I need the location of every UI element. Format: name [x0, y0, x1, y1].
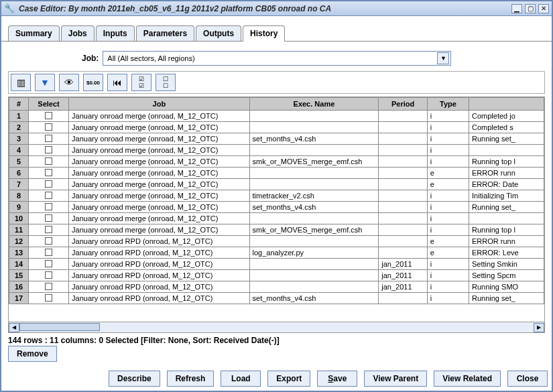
- save-button[interactable]: Save: [317, 371, 357, 387]
- table-row[interactable]: 10January onroad merge (onroad, M_12_OTC…: [9, 213, 544, 224]
- row-select-cell[interactable]: [29, 281, 69, 293]
- tab-jobs[interactable]: Jobs: [61, 25, 95, 41]
- row-select-cell[interactable]: [29, 293, 69, 304]
- row-select-cell[interactable]: [29, 179, 69, 190]
- row-select-cell[interactable]: [29, 202, 69, 213]
- toolbar-format-button[interactable]: $0.00: [83, 74, 103, 91]
- checkbox-icon[interactable]: [45, 271, 52, 279]
- table-row[interactable]: 6January onroad merge (onroad, M_12_OTC)…: [9, 168, 544, 179]
- table-row[interactable]: 8January onroad merge (onroad, M_12_OTC)…: [9, 190, 544, 202]
- table-row[interactable]: 16January onroad RPD (onroad, M_12_OTC)j…: [9, 281, 544, 293]
- table-row[interactable]: 12January onroad RPD (onroad, M_12_OTC)e…: [9, 236, 544, 247]
- table-header-row: # Select Job Exec. Name Period Type: [9, 98, 544, 111]
- table-row[interactable]: 7January onroad merge (onroad, M_12_OTC)…: [9, 179, 544, 190]
- window-maximize-button[interactable]: ▢: [525, 4, 536, 13]
- view-related-button[interactable]: View Related: [434, 371, 501, 387]
- toolbar-filter-button[interactable]: ▼: [35, 74, 55, 91]
- checkbox-icon[interactable]: [45, 260, 52, 267]
- window-minimize-button[interactable]: ▁: [511, 4, 522, 13]
- close-button[interactable]: Close: [507, 371, 548, 387]
- col-header-num[interactable]: #: [9, 98, 29, 111]
- checkbox-icon[interactable]: [45, 146, 52, 153]
- row-exec: smk_or_MOVES_merge_emf.csh: [249, 156, 379, 168]
- col-header-exec[interactable]: Exec. Name: [249, 98, 379, 111]
- row-select-cell[interactable]: [29, 236, 69, 247]
- table-row[interactable]: 3January onroad merge (onroad, M_12_OTC)…: [9, 133, 544, 145]
- col-header-type[interactable]: Type: [427, 98, 469, 111]
- row-type: i: [427, 202, 469, 213]
- job-filter-select[interactable]: All (All sectors, All regions) ▼: [103, 51, 451, 66]
- row-select-cell[interactable]: [29, 190, 69, 202]
- row-select-cell[interactable]: [29, 213, 69, 224]
- toolbar-columns-button[interactable]: ▥: [11, 74, 31, 91]
- checkbox-icon[interactable]: [45, 112, 52, 119]
- scroll-left-icon[interactable]: ◀: [9, 323, 19, 332]
- checkbox-icon[interactable]: [45, 157, 52, 165]
- table-row[interactable]: 2January onroad merge (onroad, M_12_OTC)…: [9, 122, 544, 133]
- row-select-cell[interactable]: [29, 259, 69, 270]
- tab-parameters[interactable]: Parameters: [136, 25, 194, 41]
- row-select-cell[interactable]: [29, 156, 69, 168]
- export-button[interactable]: Export: [267, 371, 310, 387]
- table-row[interactable]: 17January onroad RPD (onroad, M_12_OTC)s…: [9, 293, 544, 304]
- refresh-button[interactable]: Refresh: [167, 371, 214, 387]
- toolbar-clear-button[interactable]: ☐☐: [156, 74, 176, 91]
- checkbox-icon[interactable]: [45, 226, 52, 233]
- row-select-cell[interactable]: [29, 122, 69, 133]
- row-job: January onroad merge (onroad, M_12_OTC): [69, 202, 249, 213]
- row-select-cell[interactable]: [29, 111, 69, 122]
- format-icon: $0.00: [86, 80, 100, 86]
- table-row[interactable]: 5January onroad merge (onroad, M_12_OTC)…: [9, 156, 544, 168]
- tab-inputs[interactable]: Inputs: [96, 25, 135, 41]
- table-row[interactable]: 11January onroad merge (onroad, M_12_OTC…: [9, 224, 544, 236]
- col-header-rest[interactable]: [469, 98, 544, 111]
- checkbox-icon[interactable]: [45, 169, 52, 176]
- col-header-select[interactable]: Select: [29, 98, 69, 111]
- tab-outputs[interactable]: Outputs: [196, 25, 241, 41]
- tab-summary[interactable]: Summary: [8, 25, 60, 41]
- table-row[interactable]: 1January onroad merge (onroad, M_12_OTC)…: [9, 111, 544, 122]
- checkbox-icon[interactable]: [45, 283, 52, 290]
- window-close-button[interactable]: ✕: [538, 4, 549, 13]
- col-header-job[interactable]: Job: [69, 98, 249, 111]
- checkbox-icon[interactable]: [45, 237, 52, 245]
- history-grid[interactable]: # Select Job Exec. Name Period Type 1Jan…: [9, 97, 544, 322]
- scroll-thumb[interactable]: [19, 323, 100, 331]
- checkbox-icon[interactable]: [45, 214, 52, 222]
- horizontal-scrollbar[interactable]: ◀ ▶: [9, 322, 544, 332]
- checkbox-icon[interactable]: [45, 180, 52, 188]
- checkbox-icon[interactable]: [45, 192, 52, 199]
- table-row[interactable]: 15January onroad RPD (onroad, M_12_OTC)j…: [9, 270, 544, 281]
- row-number: 2: [9, 122, 29, 133]
- checkbox-icon[interactable]: [45, 135, 52, 142]
- toolbar-view-button[interactable]: 👁: [59, 74, 79, 91]
- toolbar-select-all-button[interactable]: ☑☑: [131, 74, 151, 91]
- table-row[interactable]: 4January onroad merge (onroad, M_12_OTC)…: [9, 145, 544, 156]
- remove-button[interactable]: Remove: [8, 346, 57, 362]
- toolbar-first-button[interactable]: ⏮: [107, 74, 127, 91]
- row-select-cell[interactable]: [29, 224, 69, 236]
- row-type: i: [427, 213, 469, 224]
- row-select-cell[interactable]: [29, 270, 69, 281]
- row-select-cell[interactable]: [29, 133, 69, 145]
- scroll-track[interactable]: [19, 323, 534, 332]
- tab-history[interactable]: History: [243, 25, 285, 41]
- row-period: [379, 247, 428, 259]
- table-row[interactable]: 9January onroad merge (onroad, M_12_OTC)…: [9, 202, 544, 213]
- table-row[interactable]: 13January onroad RPD (onroad, M_12_OTC)l…: [9, 247, 544, 259]
- col-header-period[interactable]: Period: [379, 98, 428, 111]
- load-button[interactable]: Load: [221, 371, 261, 387]
- row-select-cell[interactable]: [29, 168, 69, 179]
- checkbox-icon[interactable]: [45, 294, 52, 302]
- view-parent-button[interactable]: View Parent: [364, 371, 427, 387]
- row-select-cell[interactable]: [29, 247, 69, 259]
- chevron-down-icon[interactable]: ▼: [437, 52, 449, 64]
- scroll-right-icon[interactable]: ▶: [534, 323, 544, 332]
- checkbox-icon[interactable]: [45, 249, 52, 256]
- checkbox-icon[interactable]: [45, 203, 52, 210]
- row-job: January onroad merge (onroad, M_12_OTC): [69, 224, 249, 236]
- describe-button[interactable]: Describe: [109, 371, 160, 387]
- table-row[interactable]: 14January onroad RPD (onroad, M_12_OTC)j…: [9, 259, 544, 270]
- checkbox-icon[interactable]: [45, 123, 52, 131]
- row-select-cell[interactable]: [29, 145, 69, 156]
